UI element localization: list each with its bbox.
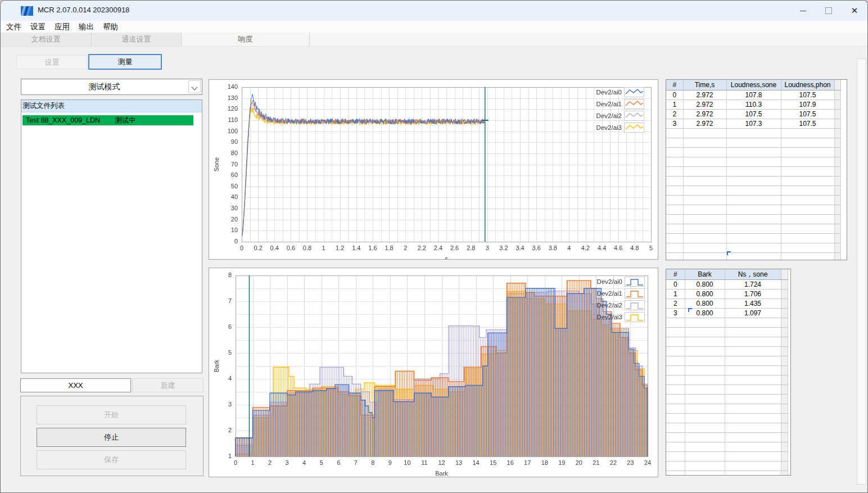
- table-cell[interactable]: [726, 138, 781, 148]
- table-cell[interactable]: [726, 234, 781, 243]
- table-cell[interactable]: [666, 224, 683, 234]
- table-cell[interactable]: [685, 376, 725, 385]
- table-cell[interactable]: [666, 462, 685, 471]
- table-cell[interactable]: [725, 356, 781, 366]
- table-cell[interactable]: [666, 234, 683, 243]
- menu-item-1[interactable]: 设置: [26, 21, 50, 33]
- table-cell[interactable]: [666, 205, 683, 215]
- table-cell[interactable]: [781, 243, 834, 253]
- table-cell[interactable]: [725, 462, 781, 471]
- test-mode-select[interactable]: 测试模式: [21, 79, 202, 95]
- table-cell[interactable]: [726, 196, 781, 205]
- table-cell[interactable]: [685, 318, 725, 328]
- table-cell[interactable]: 107.9: [781, 100, 834, 110]
- table-cell[interactable]: [685, 404, 725, 414]
- table-cell[interactable]: [685, 385, 725, 395]
- table-cell[interactable]: [781, 177, 834, 186]
- table-cell[interactable]: 107.5: [726, 110, 781, 119]
- save-button[interactable]: 保存: [37, 450, 186, 469]
- table-cell[interactable]: 2.972: [683, 100, 726, 110]
- table-cell[interactable]: [726, 224, 781, 234]
- table-cell[interactable]: 1: [666, 290, 685, 299]
- table-cell[interactable]: [683, 215, 726, 224]
- menu-item-4[interactable]: 帮助: [98, 21, 123, 33]
- table-cell[interactable]: [726, 253, 781, 261]
- table-cell[interactable]: 107.5: [781, 110, 834, 119]
- table-cell[interactable]: 3: [666, 309, 685, 318]
- table-cell[interactable]: [781, 234, 834, 243]
- table-cell[interactable]: [725, 376, 781, 385]
- table-cell[interactable]: [725, 423, 781, 433]
- table-cell[interactable]: [666, 337, 685, 347]
- table-cell[interactable]: [666, 186, 683, 196]
- table-cell[interactable]: [725, 318, 781, 328]
- table-cell[interactable]: [781, 186, 834, 196]
- table-cell[interactable]: [685, 337, 725, 347]
- dropdown-button[interactable]: [188, 80, 201, 93]
- table-cell[interactable]: [666, 376, 685, 385]
- table-cell[interactable]: [683, 177, 726, 186]
- table-cell[interactable]: 107.5: [781, 91, 834, 100]
- menu-item-0[interactable]: 文件: [2, 21, 26, 33]
- table-cell[interactable]: [725, 385, 781, 395]
- xxx-button[interactable]: XXX: [20, 378, 131, 392]
- test-file-list-area[interactable]: Test 88_XXX_009_LDN测试中: [22, 112, 194, 372]
- table-cell[interactable]: 3: [666, 119, 683, 129]
- table-cell[interactable]: [726, 186, 781, 196]
- table-cell[interactable]: [666, 196, 683, 205]
- subtab-measure-button[interactable]: 测量: [88, 54, 162, 70]
- table-cell[interactable]: [725, 395, 781, 404]
- table-cell[interactable]: [726, 177, 781, 186]
- table-cell[interactable]: [781, 138, 834, 148]
- table-cell[interactable]: [725, 337, 781, 347]
- stop-button[interactable]: 停止: [37, 428, 186, 447]
- table-cell[interactable]: 1: [666, 100, 683, 110]
- table-cell[interactable]: [685, 356, 725, 366]
- tab-0[interactable]: 文档设置: [1, 33, 92, 46]
- table-cell[interactable]: [666, 253, 683, 261]
- table-cell[interactable]: [683, 157, 726, 167]
- table-cell[interactable]: [683, 167, 726, 177]
- table-cell[interactable]: [666, 177, 683, 186]
- subtab-settings-button[interactable]: 设置: [16, 55, 88, 69]
- table-cell[interactable]: 0.800: [685, 299, 725, 309]
- table-cell[interactable]: [683, 234, 726, 243]
- table-cell[interactable]: 0: [666, 280, 685, 290]
- table-cell[interactable]: [725, 414, 781, 423]
- table-cell[interactable]: [666, 414, 685, 423]
- table-cell[interactable]: [666, 148, 683, 157]
- table-cell[interactable]: [666, 138, 683, 148]
- table-cell[interactable]: [726, 157, 781, 167]
- table-cell[interactable]: [666, 215, 683, 224]
- table-cell[interactable]: [726, 148, 781, 157]
- table-cell[interactable]: [781, 129, 834, 138]
- table-cell[interactable]: [685, 471, 725, 476]
- table-cell[interactable]: 1.097: [725, 309, 781, 318]
- start-button[interactable]: 开始: [37, 405, 186, 424]
- table-cell[interactable]: [683, 148, 726, 157]
- table-cell[interactable]: [726, 129, 781, 138]
- loudness-time-chart[interactable]: [209, 80, 658, 259]
- titlebar[interactable]: MCR 2.07.0.014 202300918 ✕: [1, 1, 867, 21]
- table-cell[interactable]: [725, 404, 781, 414]
- table-cell[interactable]: 1.435: [725, 299, 781, 309]
- table-cell[interactable]: [726, 167, 781, 177]
- new-button[interactable]: 新建: [132, 378, 204, 392]
- table-cell[interactable]: [781, 196, 834, 205]
- table-cell[interactable]: [685, 452, 725, 462]
- list-item[interactable]: Test 88_XXX_009_LDN测试中: [22, 115, 193, 125]
- table-cell[interactable]: 1.706: [725, 290, 781, 299]
- table-cell[interactable]: [781, 157, 834, 167]
- table-cell[interactable]: [666, 452, 685, 462]
- table-cell[interactable]: [725, 433, 781, 442]
- table-cell[interactable]: [666, 243, 683, 253]
- data-grid[interactable]: #BarkNs，sone00.8001.72410.8001.70620.800…: [666, 269, 788, 476]
- table-cell[interactable]: 107.8: [726, 91, 781, 100]
- table-cell[interactable]: [685, 414, 725, 423]
- right-scroll-strip[interactable]: [857, 58, 866, 485]
- menu-item-2[interactable]: 应用: [50, 21, 74, 33]
- table-cell[interactable]: [666, 347, 685, 356]
- table-cell[interactable]: [666, 167, 683, 177]
- table-cell[interactable]: [666, 395, 685, 404]
- data-grid[interactable]: #Time,sLoudness,soneLoudness,phon02.9721…: [666, 80, 841, 260]
